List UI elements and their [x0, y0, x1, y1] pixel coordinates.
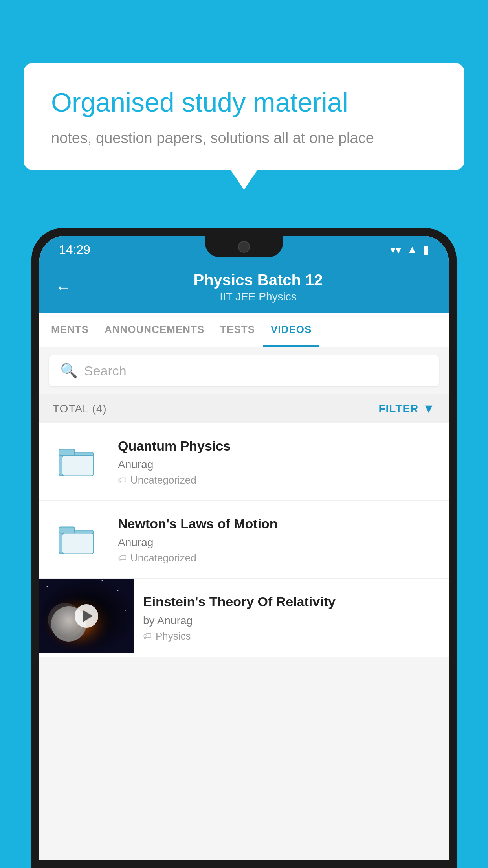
tag-icon-2: 🏷	[118, 553, 127, 563]
video-info-1: Quantum Physics Anurag 🏷 Uncategorized	[118, 437, 437, 486]
header-title: Physics Batch 12	[83, 271, 433, 289]
video-title-1: Quantum Physics	[118, 437, 437, 454]
phone-inner: 14:29 ▾▾ ▲ ▮ ← Physics Batch 12 IIT JEE …	[39, 236, 449, 860]
back-button[interactable]: ←	[55, 278, 72, 297]
search-placeholder: Search	[84, 363, 127, 379]
tab-ments[interactable]: MENTS	[43, 313, 97, 347]
phone-notch	[205, 236, 283, 257]
svg-rect-1	[59, 449, 75, 455]
video-title-2: Newton's Laws of Motion	[118, 515, 437, 532]
header-center: Physics Batch 12 IIT JEE Physics	[83, 271, 433, 303]
tag-label-3: Physics	[156, 630, 191, 642]
tab-tests[interactable]: TESTS	[212, 313, 263, 347]
content-area: 🔍 Search TOTAL (4) FILTER ▼	[39, 347, 449, 860]
svg-rect-5	[59, 527, 75, 533]
svg-point-12	[110, 584, 110, 585]
phone-frame: 14:29 ▾▾ ▲ ▮ ← Physics Batch 12 IIT JEE …	[31, 228, 457, 868]
video-list: Quantum Physics Anurag 🏷 Uncategorized	[39, 423, 449, 657]
folder-thumbnail-2	[51, 518, 106, 561]
status-time: 14:29	[59, 243, 90, 257]
play-icon	[83, 610, 93, 622]
list-item[interactable]: Einstein's Theory Of Relativity by Anura…	[39, 579, 449, 657]
video-tag-2: 🏷 Uncategorized	[118, 552, 437, 564]
wifi-icon: ▾▾	[390, 243, 401, 256]
bubble-title: Organised study material	[51, 86, 437, 119]
tag-icon-3: 🏷	[143, 631, 152, 641]
tag-label-2: Uncategorized	[130, 552, 196, 564]
status-icons: ▾▾ ▲ ▮	[390, 243, 429, 256]
search-icon: 🔍	[60, 362, 78, 379]
svg-rect-6	[62, 533, 94, 554]
svg-rect-3	[62, 455, 94, 476]
list-item[interactable]: Quantum Physics Anurag 🏷 Uncategorized	[39, 423, 449, 501]
svg-point-13	[125, 610, 126, 611]
speech-bubble-container: Organised study material notes, question…	[24, 63, 464, 170]
phone-screen: 14:29 ▾▾ ▲ ▮ ← Physics Batch 12 IIT JEE …	[39, 236, 449, 860]
app-header: ← Physics Batch 12 IIT JEE Physics	[39, 263, 449, 313]
video-title-3: Einstein's Theory Of Relativity	[143, 593, 437, 610]
svg-point-11	[117, 590, 119, 591]
folder-thumbnail-1	[51, 440, 106, 484]
tabs-bar: MENTS ANNOUNCEMENTS TESTS VIDEOS	[39, 313, 449, 347]
tag-icon-1: 🏷	[118, 475, 127, 485]
svg-point-14	[43, 618, 44, 618]
tab-announcements[interactable]: ANNOUNCEMENTS	[97, 313, 212, 347]
signal-icon: ▲	[407, 243, 418, 256]
video-thumbnail-einstein	[39, 579, 134, 653]
front-camera	[238, 241, 250, 253]
filter-row: TOTAL (4) FILTER ▼	[39, 394, 449, 423]
video-author-3: by Anurag	[143, 614, 437, 627]
filter-icon: ▼	[422, 401, 435, 416]
svg-point-15	[102, 580, 103, 581]
list-item[interactable]: Newton's Laws of Motion Anurag 🏷 Uncateg…	[39, 501, 449, 579]
video-tag-1: 🏷 Uncategorized	[118, 474, 437, 486]
search-bar[interactable]: 🔍 Search	[49, 355, 439, 386]
tab-videos[interactable]: VIDEOS	[263, 313, 319, 347]
total-count: TOTAL (4)	[53, 403, 107, 415]
bubble-subtitle: notes, question papers, solutions all at…	[51, 130, 437, 147]
battery-icon: ▮	[423, 243, 429, 256]
speech-bubble: Organised study material notes, question…	[24, 63, 464, 170]
video-info-2: Newton's Laws of Motion Anurag 🏷 Uncateg…	[118, 515, 437, 564]
header-subtitle: IIT JEE Physics	[83, 291, 433, 303]
filter-label: FILTER	[378, 403, 418, 415]
video-info-3: Einstein's Theory Of Relativity by Anura…	[134, 579, 449, 656]
video-tag-3: 🏷 Physics	[143, 630, 437, 642]
tag-label-1: Uncategorized	[130, 474, 196, 486]
video-author-1: Anurag	[118, 458, 437, 471]
svg-point-10	[59, 582, 59, 583]
video-author-2: Anurag	[118, 536, 437, 549]
filter-button[interactable]: FILTER ▼	[378, 401, 435, 416]
svg-point-9	[47, 586, 48, 587]
play-button-einstein[interactable]	[75, 604, 98, 628]
